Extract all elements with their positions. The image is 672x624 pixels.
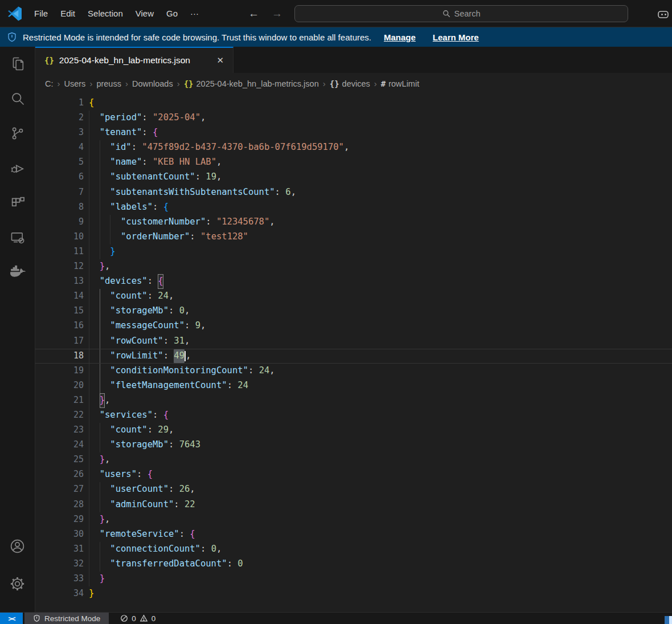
code-line[interactable]: 22"services": { xyxy=(35,408,672,423)
code-line[interactable]: 11} xyxy=(35,244,672,259)
code-line[interactable]: 27"userCount": 26, xyxy=(35,482,672,497)
code-line[interactable]: 2"period": "2025-04", xyxy=(35,111,672,125)
code-line[interactable]: 28"adminCount": 22 xyxy=(35,497,672,512)
run-and-debug-icon[interactable] xyxy=(5,156,30,181)
code-line[interactable]: 7"subtenantsWithSubtenantsCount": 6, xyxy=(35,185,672,200)
code-line[interactable]: 26"users": { xyxy=(35,467,672,482)
line-number[interactable]: 1 xyxy=(35,96,84,111)
extensions-icon[interactable] xyxy=(5,190,30,215)
line-number[interactable]: 7 xyxy=(35,185,84,200)
line-number[interactable]: 20 xyxy=(35,378,84,393)
code-line[interactable]: 3"tenant": { xyxy=(35,125,672,140)
line-number[interactable]: 30 xyxy=(35,527,84,542)
breadcrumb-item[interactable]: {}devices xyxy=(330,79,370,88)
code-line[interactable]: 6"subtenantCount": 19, xyxy=(35,170,672,185)
remote-indicator[interactable]: >< xyxy=(0,613,23,624)
menu-item-selection[interactable]: Selection xyxy=(81,6,129,21)
code-line[interactable]: 21}, xyxy=(35,393,672,408)
code-line[interactable]: 31"connectionCount": 0, xyxy=(35,542,672,557)
tab-json-file[interactable]: {} 2025-04-keb_hn_lab-metrics.json ✕ xyxy=(35,47,233,73)
code-line[interactable]: 25}, xyxy=(35,452,672,467)
restricted-mode-status[interactable]: Restricted Mode xyxy=(24,613,109,624)
breadcrumb-item[interactable]: #rowLimit xyxy=(381,79,419,88)
docker-icon[interactable] xyxy=(5,260,30,285)
line-number[interactable]: 22 xyxy=(35,408,84,423)
line-number[interactable]: 29 xyxy=(35,512,84,527)
line-number[interactable]: 15 xyxy=(35,304,84,319)
line-number[interactable]: 4 xyxy=(35,140,84,155)
line-number[interactable]: 3 xyxy=(35,125,84,140)
code-line[interactable]: 24"storageMb": 7643 xyxy=(35,438,672,452)
source-control-icon[interactable] xyxy=(5,121,30,146)
remote-explorer-icon[interactable] xyxy=(5,225,30,250)
code-line[interactable]: 9"customerNumber": "12345678", xyxy=(35,215,672,230)
line-number[interactable]: 33 xyxy=(35,572,84,586)
line-number[interactable]: 21 xyxy=(35,393,84,408)
code-line[interactable]: 12}, xyxy=(35,259,672,274)
line-number[interactable]: 24 xyxy=(35,438,84,452)
line-number[interactable]: 12 xyxy=(35,259,84,274)
line-number[interactable]: 13 xyxy=(35,274,84,289)
account-icon[interactable] xyxy=(5,533,30,558)
code-line[interactable]: 20"fleetManagementCount": 24 xyxy=(35,378,672,393)
line-number[interactable]: 28 xyxy=(35,497,84,512)
line-number[interactable]: 11 xyxy=(35,244,84,259)
line-number[interactable]: 9 xyxy=(35,215,84,230)
code-line[interactable]: 33} xyxy=(35,572,672,586)
breadcrumb-item[interactable]: C: xyxy=(45,79,54,88)
breadcrumb-item[interactable]: preuss xyxy=(96,79,121,88)
code-line[interactable]: 16"messageCount": 9, xyxy=(35,319,672,333)
menu-item-more[interactable]: ··· xyxy=(184,6,205,21)
line-number[interactable]: 16 xyxy=(35,319,84,333)
editor[interactable]: 1{2"period": "2025-04",3"tenant": {4"id"… xyxy=(35,94,672,612)
code-line[interactable]: 15"storageMb": 0, xyxy=(35,304,672,319)
line-number[interactable]: 2 xyxy=(35,111,84,125)
copilot-icon[interactable] xyxy=(656,7,670,21)
breadcrumb-item[interactable]: Downloads xyxy=(132,79,173,88)
code-line[interactable]: 10"orderNumber": "test128" xyxy=(35,230,672,244)
menu-item-go[interactable]: Go xyxy=(160,6,184,21)
breadcrumb-item[interactable]: Users xyxy=(64,79,86,88)
line-number[interactable]: 19 xyxy=(35,364,84,378)
line-number[interactable]: 26 xyxy=(35,467,84,482)
breadcrumb-item[interactable]: {}2025-04-keb_hn_lab-metrics.json xyxy=(184,79,319,88)
problems-status[interactable]: 0 0 xyxy=(114,613,161,624)
code-line[interactable]: 30"remoteService": { xyxy=(35,527,672,542)
back-icon[interactable]: ← xyxy=(248,7,259,20)
code-line[interactable]: 18"rowLimit": 49, xyxy=(35,349,672,364)
manage-link[interactable]: Manage xyxy=(384,32,416,42)
code-line[interactable]: 14"count": 24, xyxy=(35,289,672,304)
line-number[interactable]: 18 xyxy=(35,349,84,363)
search-sidebar-icon[interactable] xyxy=(5,86,30,111)
line-number[interactable]: 8 xyxy=(35,200,84,215)
code-line[interactable]: 8"labels": { xyxy=(35,200,672,215)
settings-gear-icon[interactable] xyxy=(5,571,30,596)
code-line[interactable]: 29}, xyxy=(35,512,672,527)
line-number[interactable]: 5 xyxy=(35,155,84,170)
explorer-icon[interactable] xyxy=(5,51,30,76)
line-number[interactable]: 27 xyxy=(35,482,84,497)
line-number[interactable]: 6 xyxy=(35,170,84,185)
code-line[interactable]: 1{ xyxy=(35,96,672,111)
learn-more-link[interactable]: Learn More xyxy=(433,32,479,42)
code-line[interactable]: 19"conditionMonitoringCount": 24, xyxy=(35,364,672,378)
menu-item-view[interactable]: View xyxy=(129,6,160,21)
code-line[interactable]: 32"transferredDataCount": 0 xyxy=(35,557,672,572)
line-number[interactable]: 25 xyxy=(35,452,84,467)
code-line[interactable]: 34} xyxy=(35,586,672,601)
line-number[interactable]: 10 xyxy=(35,230,84,244)
menu-item-file[interactable]: File xyxy=(28,6,54,21)
search-input[interactable]: Search xyxy=(294,5,628,22)
code-line[interactable]: 4"id": "475f89d2-b437-4370-ba6b-07f619d5… xyxy=(35,140,672,155)
line-number[interactable]: 34 xyxy=(35,586,84,601)
code-line[interactable]: 13"devices": { xyxy=(35,274,672,289)
code-line[interactable]: 5"name": "KEB HN LAB", xyxy=(35,155,672,170)
line-number[interactable]: 17 xyxy=(35,334,84,349)
line-number[interactable]: 14 xyxy=(35,289,84,304)
line-number[interactable]: 31 xyxy=(35,542,84,557)
menu-item-edit[interactable]: Edit xyxy=(54,6,81,21)
code-line[interactable]: 17"rowCount": 31, xyxy=(35,334,672,349)
line-number[interactable]: 32 xyxy=(35,557,84,572)
line-number[interactable]: 23 xyxy=(35,423,84,438)
close-tab-icon[interactable]: ✕ xyxy=(214,54,226,67)
